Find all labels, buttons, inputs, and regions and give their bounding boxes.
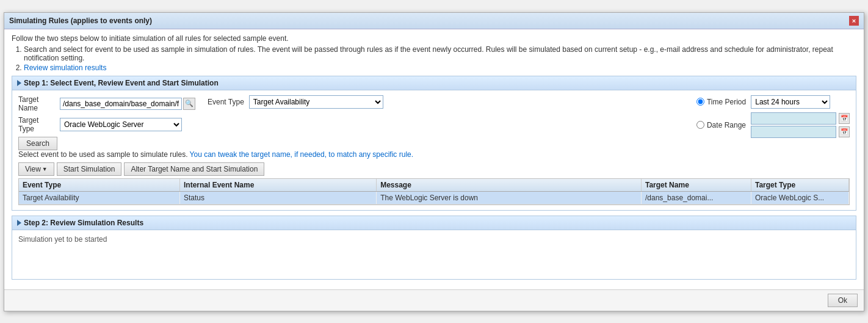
search-button[interactable]: Search: [18, 137, 57, 150]
step1-title: Step 1: Select Event, Review Event and S…: [24, 79, 219, 87]
step1-header: Step 1: Select Event, Review Event and S…: [12, 76, 856, 90]
date-to-input[interactable]: [751, 126, 836, 138]
step1-body: TargetName 🔍 TargetType Oracl: [12, 90, 856, 210]
step1-text: Search and select for event to be used a…: [24, 45, 833, 62]
target-type-label: TargetType: [18, 116, 55, 133]
col2-form: Event Type Target Availability: [208, 95, 383, 109]
col-event-type: Event Type: [19, 179, 180, 192]
cell-target-type: Oracle WebLogic S...: [751, 191, 849, 204]
target-search-icon-button[interactable]: 🔍: [183, 98, 195, 110]
intro-text: Follow the two steps below to initiate s…: [12, 34, 856, 43]
binoculars-icon: 🔍: [185, 100, 193, 107]
col-target-name: Target Name: [642, 179, 751, 192]
target-name-label: TargetName: [18, 95, 55, 112]
step2-title: Step 2: Review Simulation Results: [24, 219, 143, 227]
table-body: Target Availability Status The WebLogic …: [19, 191, 849, 204]
step-item-1: Search and select for event to be used a…: [24, 45, 856, 62]
dialog-title: Simulating Rules (applies to events only…: [9, 16, 152, 25]
time-period-label: Time Period: [707, 98, 746, 106]
date-range-inputs: 📅 📅: [751, 112, 850, 138]
step2-body: Simulation yet to be started: [12, 230, 856, 279]
dialog-footer: Ok: [4, 289, 864, 311]
table-toolbar: View ▼ Start Simulation Alter Target Nam…: [18, 162, 850, 176]
step-item-2: Review simulation results: [24, 64, 856, 72]
cell-target-name: /dans_base_domai...: [642, 191, 751, 204]
review-sim-link[interactable]: Review simulation results: [24, 64, 106, 72]
events-table: Event Type Internal Event Name Message T…: [19, 179, 849, 205]
calendar-from-icon: 📅: [841, 115, 848, 122]
date-from-row: 📅: [751, 112, 850, 125]
step2-section: Step 2: Review Simulation Results Simula…: [12, 216, 856, 280]
target-name-field: 🔍: [60, 98, 195, 110]
date-range-radio[interactable]: [696, 121, 704, 129]
alter-target-button[interactable]: Alter Target Name and Start Simulation: [124, 162, 264, 176]
step2-header: Step 2: Review Simulation Results: [12, 216, 856, 230]
event-type-select[interactable]: Target Availability: [249, 95, 383, 109]
target-name-input[interactable]: [60, 98, 182, 110]
header-row: Event Type Internal Event Name Message T…: [19, 179, 849, 192]
simulating-rules-dialog: Simulating Rules (applies to events only…: [4, 12, 864, 311]
time-period-row: Time Period Last 24 hours Last 7 days La…: [696, 95, 850, 109]
dialog-header: Simulating Rules (applies to events only…: [4, 13, 864, 29]
table-header: Event Type Internal Event Name Message T…: [19, 179, 849, 192]
col-internal-event-name: Internal Event Name: [180, 179, 377, 192]
table-row[interactable]: Target Availability Status The WebLogic …: [19, 191, 849, 204]
steps-list: Search and select for event to be used a…: [24, 45, 856, 72]
view-label: View: [25, 165, 41, 173]
cell-internal-event-name: Status: [180, 191, 377, 204]
select-event-static: Select event to be used as sample to sim…: [18, 150, 187, 159]
search-btn-row: Search: [18, 137, 195, 150]
target-name-row: TargetName 🔍: [18, 95, 195, 112]
view-dropdown-arrow-icon: ▼: [42, 166, 48, 172]
date-range-label: Date Range: [707, 121, 746, 129]
tweak-target-link[interactable]: You can tweak the target name, if needed…: [190, 150, 413, 159]
event-type-row: Event Type Target Availability: [208, 95, 383, 109]
cell-message: The WebLogic Server is down: [377, 191, 642, 204]
date-from-calendar-button[interactable]: 📅: [839, 113, 850, 124]
date-from-input[interactable]: [751, 112, 836, 125]
cell-event-type: Target Availability: [19, 191, 180, 204]
view-button[interactable]: View ▼: [18, 162, 54, 176]
event-type-label: Event Type: [208, 98, 244, 106]
col1-form: TargetName 🔍 TargetType Oracl: [18, 95, 195, 150]
target-type-row: TargetType Oracle WebLogic Server: [18, 116, 195, 133]
step1-form: TargetName 🔍 TargetType Oracl: [18, 95, 850, 150]
col-target-type: Target Type: [751, 179, 849, 192]
time-period-radio[interactable]: [696, 98, 704, 106]
simulation-status-text: Simulation yet to be started: [18, 235, 850, 244]
collapse-triangle2-icon[interactable]: [17, 220, 21, 226]
close-button[interactable]: ×: [849, 16, 859, 26]
collapse-triangle-icon[interactable]: [17, 80, 21, 86]
col3-form: Time Period Last 24 hours Last 7 days La…: [696, 95, 850, 138]
calendar-to-icon: 📅: [841, 128, 848, 135]
dialog-body: Follow the two steps below to initiate s…: [4, 29, 864, 289]
date-to-row: 📅: [751, 126, 850, 138]
col-message: Message: [377, 179, 642, 192]
date-to-calendar-button[interactable]: 📅: [839, 126, 850, 137]
select-event-text: Select event to be used as sample to sim…: [18, 150, 850, 159]
time-period-select[interactable]: Last 24 hours Last 7 days Last 30 days: [751, 95, 830, 109]
date-range-row: Date Range 📅: [696, 112, 850, 138]
events-table-container: Event Type Internal Event Name Message T…: [18, 178, 850, 205]
start-simulation-button[interactable]: Start Simulation: [57, 162, 122, 176]
step1-section: Step 1: Select Event, Review Event and S…: [12, 76, 856, 211]
ok-button[interactable]: Ok: [828, 294, 858, 307]
target-type-select[interactable]: Oracle WebLogic Server: [60, 118, 182, 131]
